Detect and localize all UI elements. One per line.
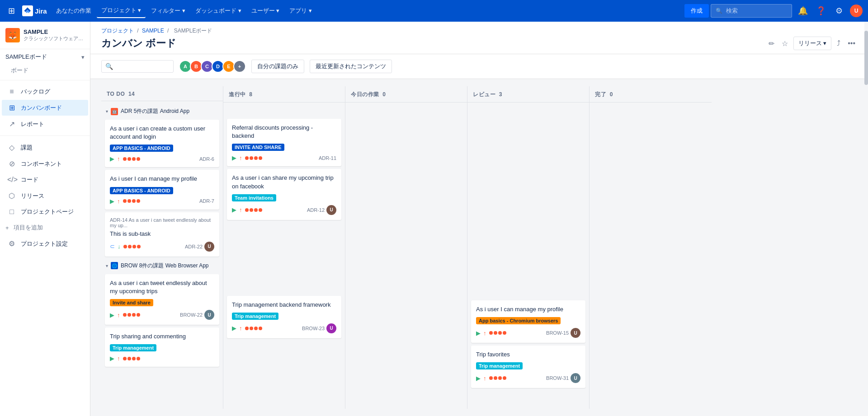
breadcrumb-sample[interactable]: SAMPLE [142,28,164,34]
card-brow-31[interactable]: Trip favorites Trip management ▶ ↑ [471,346,585,388]
notifications-icon[interactable]: 🔔 [796,4,810,18]
card-dots [245,208,262,212]
nav-item-your-work[interactable]: あなたの作業 [52,4,96,18]
dot [254,156,258,160]
project-name: SAMPLE [24,28,85,35]
card-brow-22[interactable]: As a user i can tweet endlessly about my… [105,274,219,325]
card-title-adr-6: As a user i can create a custom user acc… [110,125,214,141]
sidebar-item-label-pages: プロジェクトページ [21,208,74,216]
backlog-icon: ≡ [7,88,16,96]
sidebar-board[interactable]: SAMPLEボード ▾ [0,49,90,65]
card-parent-adr-22: ADR-14 As a user i can tweet endlessly a… [110,217,214,228]
group-header-adr[interactable]: ▾ 🤖 ADR 5件の課題 Android App [105,105,219,118]
sidebar-item-components[interactable]: ⊘ コンポーネント [2,156,88,172]
sidebar-item-code[interactable]: </> コード [2,172,88,187]
sidebar-item-backlog[interactable]: ≡ バックログ [2,84,88,99]
user-avatar[interactable]: U [850,5,863,17]
edit-icon[interactable]: ✏ [767,37,776,50]
sidebar-item-label-settings: プロジェクト設定 [21,240,68,248]
create-button[interactable]: 作成 [684,4,709,18]
sidebar-board-sub[interactable]: ボード [0,65,90,76]
group-header-brow[interactable]: ▾ 🌐 BROW 8件の課題 Web Browser App [105,259,219,272]
dot [250,156,253,160]
sidebar-divider [0,80,90,80]
sidebar-item-reports[interactable]: ↗ レポート [2,116,88,132]
card-dots [489,376,506,380]
sidebar-item-project-pages[interactable]: □ プロジェクトページ [2,204,88,220]
card-adr-7[interactable]: As i user I can manage my profile APP BA… [105,170,219,209]
card-brow-15[interactable]: As i user I can manage my profile App ba… [471,300,585,343]
nav-item-dashboards[interactable]: ダッシュボード ▾ [191,4,246,18]
sidebar-project[interactable]: 🦊 SAMPLE クラシックソフトウェアアプ... [0,22,90,49]
group-label-brow: BROW 8件の課題 Web Browser App [121,262,209,270]
card-dots [123,245,141,248]
star-icon[interactable]: ☆ [780,37,790,50]
nav-item-filters[interactable]: フィルター ▾ [146,4,190,18]
my-issues-filter[interactable]: 自分の課題のみ [251,60,304,73]
card-footer-adr-11: ▶ ↑ ADR-11 [232,154,336,161]
project-info: SAMPLE クラシックソフトウェアアプ... [24,28,85,42]
nav-item-projects[interactable]: プロジェクト ▾ [97,4,146,18]
card-footer-brow-22: ▶ ↑ BROW-22 [110,310,214,320]
column-todo: TO DO 14 ▾ 🤖 ADR 5件の課題 Android App As a … [101,86,223,409]
card-adr-11[interactable]: Referral discounts processing - backend … [227,119,341,166]
jira-logo[interactable]: Jira [19,3,50,19]
dot [132,313,136,317]
board-search[interactable]: 🔍 [101,60,174,73]
sidebar-item-project-settings[interactable]: ⚙ プロジェクト設定 [2,236,88,252]
search-box[interactable]: 🔍 検索 [711,4,792,18]
card-brow-trip[interactable]: Trip sharing and commenting Trip managem… [105,327,219,367]
settings-icon[interactable]: ⚙ [832,4,846,18]
scrollbar-thumb[interactable] [864,31,868,85]
sidebar-item-label-reports: レポート [21,120,44,128]
card-dots [245,327,262,330]
dot [137,245,141,248]
more-icon[interactable]: ••• [846,37,857,49]
card-adr-12[interactable]: As a user i can share my upcoming trip o… [227,169,341,220]
card-title-adr-11: Referral discounts processing - backend [232,124,336,140]
avatar-6[interactable]: + [233,60,246,73]
story-type-icon: ▶ [476,375,481,382]
release-button[interactable]: リリース ▾ [793,37,832,50]
card-adr-6[interactable]: As a user i can create a custom user acc… [105,120,219,167]
share-icon[interactable]: ⤴ [835,37,842,49]
nav-item-users[interactable]: ユーザー ▾ [247,4,284,18]
card-brow-23[interactable]: Trip management backend framework Trip m… [227,296,341,338]
search-input[interactable] [116,63,170,70]
help-icon[interactable]: ❓ [814,4,828,18]
breadcrumb-projects[interactable]: プロジェクト [101,28,134,34]
recently-updated-filter[interactable]: 最近更新されたコンテンツ [310,60,392,73]
nav-right: 🔍 検索 🔔 ❓ ⚙ U [711,4,863,18]
dot [259,327,262,330]
dot [250,208,253,212]
page-header: プロジェクト / SAMPLE / SAMPLEボード カンバン ボード ✏ ☆… [90,22,868,54]
dot [127,199,131,203]
card-footer-brow-23: ▶ ↑ BROW-23 [232,323,336,333]
sidebar-item-issues[interactable]: ◇ 課題 [2,140,88,155]
pages-icon: □ [7,208,16,216]
column-review: レビュー 3 As i user I can manage my profile… [467,86,590,409]
card-id-adr-6: ADR-6 [199,156,214,162]
sidebar-add-item[interactable]: + 項目を追加 [0,220,90,235]
breadcrumb-sep-2: / [167,28,170,34]
card-dots [489,331,506,335]
group-chevron-icon: ▾ [106,109,108,114]
board-columns: TO DO 14 ▾ 🤖 ADR 5件の課題 Android App As a … [101,86,712,409]
sidebar-item-kanban[interactable]: ⊞ カンバンボード [2,100,88,116]
card-id-brow-22: BROW-22 [180,312,203,318]
story-type-icon: ▶ [110,355,114,362]
column-body-inprogress: Referral discounts processing - backend … [223,103,345,409]
sidebar-divider-2 [0,136,90,136]
card-adr-22[interactable]: ADR-14 As a user i can tweet endlessly a… [105,212,219,257]
dot [132,357,136,360]
card-meta-brow-23: ▶ ↑ [232,325,262,332]
dot [132,245,136,248]
dot [123,313,127,317]
scrollbar-track[interactable] [864,22,868,416]
sidebar-item-releases[interactable]: ⬡ リリース [2,188,88,204]
card-avatar-brow-31: U [571,373,580,383]
card-title-brow-23: Trip management backend framework [232,301,336,309]
sidebar-item-label-add: 項目を追加 [14,224,43,232]
nav-item-apps[interactable]: アプリ ▾ [285,4,316,18]
grid-icon[interactable]: ⊞ [5,3,18,19]
